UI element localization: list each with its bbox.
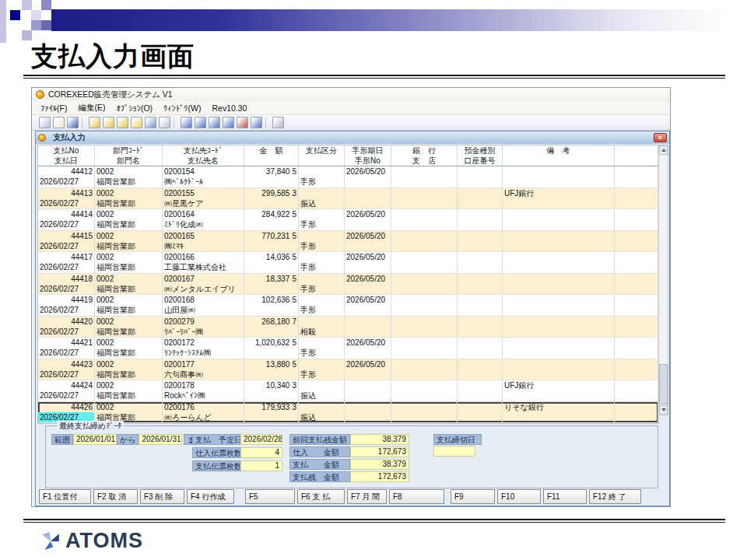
table-row[interactable]: 444230002020017713,88052026/05/202026/02… xyxy=(38,359,658,381)
list-icon[interactable] xyxy=(145,117,156,128)
fkey-button-12[interactable]: F12 終 了 xyxy=(589,489,641,504)
summary-field[interactable]: 4 xyxy=(240,447,282,458)
fkey-button-2[interactable]: F2 取 消 xyxy=(93,489,138,504)
fkey-button-3[interactable]: F3 削 除 xyxy=(140,489,184,504)
blank-cell xyxy=(503,284,615,294)
menu-item-4[interactable]: ｳｨﾝﾄﾞｳ(W) xyxy=(158,102,206,114)
fkey-button-5[interactable]: F5 xyxy=(245,489,295,504)
due-date-cell xyxy=(345,317,391,327)
payment-deadline-field[interactable] xyxy=(433,446,475,457)
blank-cell xyxy=(244,348,299,358)
pay-type-cell: 手形 xyxy=(299,262,345,272)
blank-cell xyxy=(503,219,615,229)
scrollbar-thumb[interactable] xyxy=(659,364,668,404)
amount-cell: 770,2315 xyxy=(244,231,299,241)
payment-window-titlebar[interactable]: 支払入力 × xyxy=(36,131,669,144)
blank-cell xyxy=(503,412,615,422)
window-icon[interactable] xyxy=(67,117,79,128)
blank-cell xyxy=(615,219,658,229)
close-icon[interactable]: × xyxy=(654,133,667,142)
deposit-type-cell xyxy=(458,231,503,241)
deposit-type-cell xyxy=(458,402,503,412)
payment-no-cell: 44420 xyxy=(38,317,95,327)
grid-save-icon[interactable] xyxy=(251,117,262,128)
scroll-up-button[interactable] xyxy=(659,145,668,155)
blank-cell xyxy=(244,262,299,272)
range-from-field[interactable]: 2026/01/01 xyxy=(73,434,117,445)
header-line1: 金 額 xyxy=(244,145,298,156)
toolbar-group-3 xyxy=(177,117,266,128)
table-row[interactable]: 44421000202001721,020,63252026/05/202026… xyxy=(38,338,658,359)
table-row[interactable]: 4441300020200155299,5853UFJ銀行2026/02/27福… xyxy=(38,188,658,210)
grid-open-icon[interactable] xyxy=(209,117,220,128)
blank-cell xyxy=(299,209,345,219)
menu-item-3[interactable]: ｵﾌﾟｼｮﾝ(O) xyxy=(110,102,158,114)
range-to-field[interactable]: 2026/01/31 xyxy=(139,434,182,445)
blank-cell xyxy=(391,348,458,358)
summary-field[interactable]: 38,379 xyxy=(350,459,409,470)
menu-item-1[interactable]: ﾌｧｲﾙ(F) xyxy=(35,102,72,114)
payment-window-client: 支払No支払日部門ｺｰﾄﾞ部門名支払先ｺｰﾄﾞ支払先名金 額支払区分手形期日手形… xyxy=(36,144,669,506)
remark-cell xyxy=(503,274,615,284)
lock-icon[interactable] xyxy=(272,117,284,128)
slide: 支払入力画面 COREXEED販売管理システム V1 ﾌｧｲﾙ(F)編集(E)ｵ… xyxy=(0,0,747,560)
fkey-button-10[interactable]: F10 xyxy=(497,489,541,504)
fkey-button-8[interactable]: F8 xyxy=(389,489,444,504)
summary-field[interactable]: 172,673 xyxy=(350,471,409,482)
table-row[interactable]: 444240002020017810,3403UFJ銀行2026/02/27福岡… xyxy=(38,380,658,402)
table-row[interactable]: 4441500020200165770,23152026/05/202026/0… xyxy=(38,231,658,253)
summary-field[interactable]: 1 xyxy=(240,460,282,471)
vertical-scrollbar[interactable] xyxy=(658,145,668,415)
app-titlebar[interactable]: COREXEED販売管理システム V1 xyxy=(32,88,670,101)
grid-copy-icon[interactable] xyxy=(195,117,206,128)
table-row[interactable]: 444120002020015437,84052026/05/202026/02… xyxy=(38,166,658,188)
toolbar xyxy=(32,114,670,131)
grid-view-icon[interactable] xyxy=(223,117,234,128)
col-header-6: 手形期日手形No xyxy=(345,145,391,166)
pay-type-cell: 振込 xyxy=(299,412,345,422)
table-row[interactable]: 4441400020200164284,92252026/05/202026/0… xyxy=(38,209,658,231)
refresh-icon[interactable] xyxy=(103,117,114,128)
fkey-button-7[interactable]: F7 月 間 xyxy=(347,489,387,504)
payment-date-cell: 2026/02/27 xyxy=(38,348,95,358)
scroll-down-button[interactable] xyxy=(659,405,668,415)
grid-new-icon[interactable] xyxy=(181,117,192,128)
table-row[interactable]: 4441900020200168102,63652026/05/202026/0… xyxy=(38,295,658,317)
edit-icon[interactable] xyxy=(39,117,51,128)
dept-code-cell: 0002 xyxy=(95,188,163,198)
import-icon[interactable] xyxy=(89,117,100,128)
header-line1: 支払先ｺｰﾄﾞ xyxy=(163,145,244,156)
bank-cell xyxy=(391,231,458,241)
blank-cell xyxy=(345,369,391,380)
export-icon[interactable] xyxy=(117,117,128,128)
dept-code-cell: 0002 xyxy=(95,209,163,219)
dept-code-cell: 0002 xyxy=(95,380,163,390)
fkey-button-6[interactable]: F6 支 払 xyxy=(297,489,345,504)
amount-cell: 10,3403 xyxy=(244,380,299,390)
blank-cell xyxy=(345,327,391,337)
table-row[interactable]: 444170002020016614,03652026/05/202026/02… xyxy=(38,252,658,274)
payment-no-cell: 44417 xyxy=(38,252,95,262)
payee-name-cell: ﾐﾄﾞﾘ化成㈱ xyxy=(163,219,244,229)
fkey-button-9[interactable]: F9 xyxy=(451,489,495,504)
table-row[interactable]: 444180002020016718,33752026/05/202026/02… xyxy=(38,274,658,296)
summary-field[interactable]: 38,379 xyxy=(350,434,409,445)
grid-print-icon[interactable] xyxy=(237,117,248,128)
stamp-icon[interactable] xyxy=(159,117,170,128)
deco-square xyxy=(31,10,41,20)
col-header-4: 金 額 xyxy=(244,145,299,166)
divider xyxy=(23,75,725,76)
key-icon[interactable] xyxy=(131,117,142,128)
summary-field[interactable]: 172,673 xyxy=(350,446,409,457)
col-header-10 xyxy=(615,145,658,166)
fkey-button-11[interactable]: F11 xyxy=(543,489,587,504)
menu-item-2[interactable]: 編集(E) xyxy=(72,101,110,115)
fkey-button-1[interactable]: F1 位置付 xyxy=(39,489,91,504)
summary-field[interactable]: 2026/02/28 xyxy=(240,434,282,445)
summary-right-row: 支払残 金額172,673 xyxy=(289,471,409,482)
new-doc-icon[interactable] xyxy=(53,117,65,128)
table-row[interactable]: 4442000020200279268,18072026/02/27福岡営業部ﾘ… xyxy=(38,317,658,338)
table-row[interactable]: 4442600020200176179,9333りそな銀行2026/02/27福… xyxy=(38,402,658,424)
deposit-type-cell xyxy=(458,338,503,348)
fkey-button-4[interactable]: F4 行作成 xyxy=(187,489,234,504)
